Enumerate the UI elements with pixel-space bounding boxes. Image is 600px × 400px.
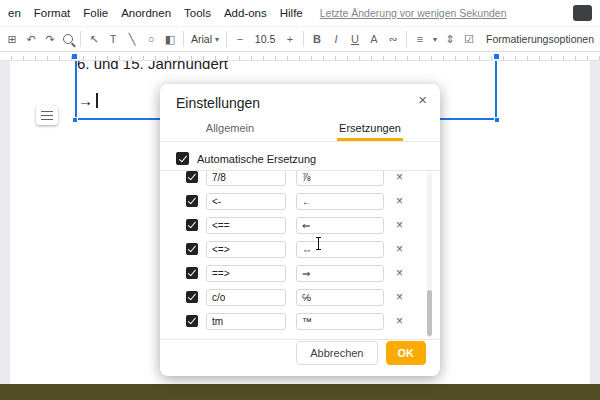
font-size-increase-button[interactable]: +	[284, 34, 296, 45]
toolbar: ⊞ ↶ ↷ ↖ T ╲ ○ ◧ Arial ▾ − 10.5 + B I U A…	[0, 26, 600, 52]
checklist-icon[interactable]: ☑	[463, 34, 475, 45]
text-lines-icon	[41, 111, 53, 120]
zoom-icon[interactable]	[63, 34, 73, 44]
row-checkbox[interactable]	[186, 195, 198, 207]
dialog-buttons: Abbrechen OK	[296, 341, 426, 365]
replace-from-input[interactable]	[206, 265, 286, 282]
replace-to-input[interactable]	[296, 193, 384, 210]
tab-allgemein[interactable]: Allgemein	[160, 114, 300, 141]
ok-button[interactable]: OK	[386, 341, 427, 365]
menu-item-hilfe[interactable]: Hilfe	[280, 7, 303, 19]
autofit-indicator-button[interactable]	[36, 106, 58, 125]
font-family-select[interactable]: Arial ▾	[191, 33, 219, 45]
indent-marker[interactable]	[72, 54, 77, 59]
replace-from-input[interactable]	[206, 241, 286, 258]
menu-item-anordnen[interactable]: Anordnen	[121, 7, 171, 19]
toolbar-divider	[406, 31, 407, 47]
replace-from-input[interactable]	[206, 193, 286, 210]
new-slide-icon[interactable]: ⊞	[6, 34, 18, 45]
settings-dialog: Einstellungen × Allgemein Ersetzungen Au…	[160, 84, 440, 376]
textbox-icon[interactable]: T	[107, 34, 119, 45]
toolbar-divider	[80, 31, 81, 47]
menu-item-format[interactable]: Format	[34, 7, 70, 19]
replacement-row: ×	[160, 261, 440, 285]
undo-icon[interactable]: ↶	[25, 34, 37, 45]
replace-from-input[interactable]	[206, 313, 286, 330]
row-checkbox[interactable]	[186, 219, 198, 231]
underline-icon[interactable]: U	[349, 34, 361, 45]
remove-row-icon[interactable]: ×	[396, 267, 403, 279]
selection-handle[interactable]	[494, 117, 500, 123]
shape-icon[interactable]: ○	[145, 34, 157, 45]
remove-row-icon[interactable]: ×	[396, 291, 403, 303]
replace-to-input[interactable]	[296, 289, 384, 306]
text-caret	[96, 93, 98, 108]
tab-label: Allgemein	[204, 122, 256, 141]
slide-accent-band	[0, 384, 600, 400]
avatar[interactable]	[573, 5, 592, 21]
auto-replace-label: Automatische Ersetzung	[197, 153, 316, 165]
replacement-row: ×	[160, 237, 440, 261]
font-family-value: Arial	[191, 33, 212, 45]
replace-to-input[interactable]	[296, 241, 384, 258]
dialog-tabs: Allgemein Ersetzungen	[160, 114, 440, 141]
scrollbar-thumb[interactable]	[427, 290, 432, 336]
replacement-row: ×	[160, 309, 440, 333]
insert-link-icon[interactable]: ∾	[387, 34, 399, 45]
last-edit-link[interactable]: Letzte Änderung vor wenigen Sekunden	[320, 7, 507, 19]
replacement-row: ×	[160, 189, 440, 213]
replace-from-input[interactable]	[206, 217, 286, 234]
replacement-row: ×	[160, 285, 440, 309]
font-size-input[interactable]: 10.5	[253, 33, 277, 45]
auto-replace-row: Automatische Ersetzung	[176, 152, 316, 165]
menu-item-einfuegen-partial[interactable]: en	[8, 7, 21, 19]
remove-row-icon[interactable]: ×	[396, 243, 403, 255]
line-spacing-icon[interactable]: ⇕	[444, 34, 456, 45]
select-cursor-icon[interactable]: ↖	[88, 34, 100, 45]
menu-item-addons[interactable]: Add-ons	[224, 7, 267, 19]
remove-row-icon[interactable]: ×	[396, 171, 403, 183]
menu-bar: en Format Folie Anordnen Tools Add-ons H…	[0, 0, 600, 26]
tab-ersetzungen[interactable]: Ersetzungen	[300, 114, 440, 141]
auto-replace-checkbox[interactable]	[176, 152, 189, 165]
fill-color-icon[interactable]: ◧	[164, 34, 176, 45]
redo-icon[interactable]: ↷	[44, 34, 56, 45]
italic-icon[interactable]: I	[330, 34, 342, 45]
indent-marker[interactable]	[494, 54, 499, 59]
toolbar-divider	[303, 31, 304, 47]
line-tool-icon[interactable]: ╲	[126, 34, 138, 45]
row-checkbox[interactable]	[186, 243, 198, 255]
font-size-decrease-button[interactable]: −	[234, 34, 246, 45]
close-icon[interactable]: ×	[418, 92, 427, 107]
text-color-icon[interactable]: A	[368, 34, 380, 45]
replacement-row: ×	[160, 170, 440, 189]
replace-from-input[interactable]	[206, 289, 286, 306]
replace-to-input[interactable]	[296, 170, 384, 186]
toolbar-divider	[183, 31, 184, 47]
replacements-list: × × × ×	[160, 170, 440, 340]
selection-handle[interactable]	[72, 117, 78, 123]
replace-to-input[interactable]	[296, 217, 384, 234]
replace-to-input[interactable]	[296, 313, 384, 330]
arrow-bullet-text[interactable]: →	[78, 92, 93, 109]
remove-row-icon[interactable]: ×	[396, 315, 403, 327]
chevron-down-icon: ▾	[215, 35, 219, 44]
row-checkbox[interactable]	[186, 267, 198, 279]
row-checkbox[interactable]	[186, 315, 198, 327]
align-icon[interactable]: ≡	[414, 34, 426, 45]
row-checkbox[interactable]	[186, 291, 198, 303]
replace-to-input[interactable]	[296, 265, 384, 282]
menu-item-folie[interactable]: Folie	[83, 7, 108, 19]
remove-row-icon[interactable]: ×	[396, 219, 403, 231]
horizontal-ruler	[0, 52, 600, 61]
row-checkbox[interactable]	[186, 171, 198, 183]
cancel-button[interactable]: Abbrechen	[296, 341, 377, 365]
tab-label: Ersetzungen	[337, 122, 403, 141]
mouse-ibeam-cursor	[315, 237, 322, 250]
replacement-row: ×	[160, 213, 440, 237]
menu-item-tools[interactable]: Tools	[184, 7, 211, 19]
remove-row-icon[interactable]: ×	[396, 195, 403, 207]
format-options-button[interactable]: Formatierungsoptionen	[486, 33, 594, 45]
replace-from-input[interactable]	[206, 170, 286, 186]
bold-icon[interactable]: B	[311, 34, 323, 45]
